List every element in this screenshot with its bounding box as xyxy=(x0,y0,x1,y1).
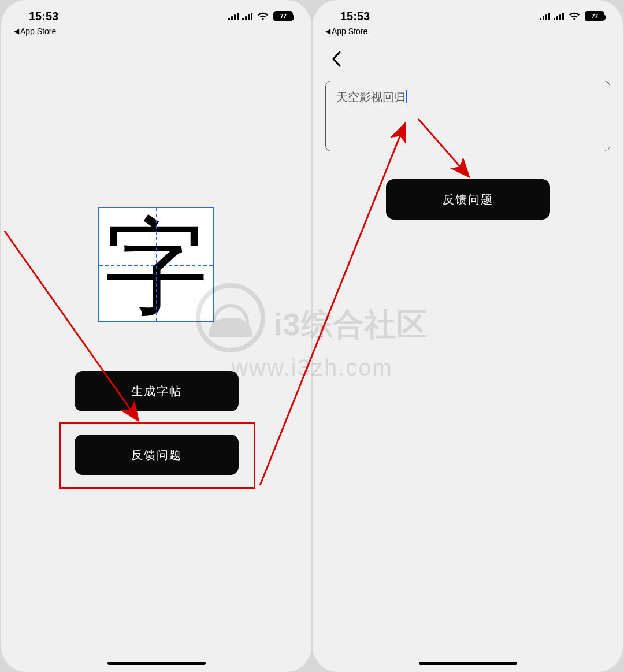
cellular-signal-icon xyxy=(228,12,239,20)
cellular-signal-icon xyxy=(540,12,550,20)
phone-screenshot-right: 15:53 77 ◀ App Store 天空影视回归 反馈问题 xyxy=(313,0,623,672)
home-indicator[interactable] xyxy=(419,662,517,665)
character-grid-box: 字 xyxy=(98,207,214,322)
generate-copybook-button[interactable]: 生成字帖 xyxy=(75,371,239,411)
breadcrumb-back-app[interactable]: ◀ App Store xyxy=(1,27,311,36)
cellular-signal-icon xyxy=(242,12,252,20)
feedback-input-value: 天空影视回归 xyxy=(336,90,406,105)
text-cursor xyxy=(406,90,407,103)
status-right: 77 xyxy=(228,11,293,21)
status-bar: 15:53 77 xyxy=(313,5,623,28)
cellular-signal-icon xyxy=(554,12,564,20)
submit-feedback-button[interactable]: 反馈问题 xyxy=(386,179,550,220)
annotation-highlight-box xyxy=(59,422,255,489)
back-app-label: App Store xyxy=(332,27,367,36)
wifi-icon xyxy=(569,12,580,21)
character-glyph: 字 xyxy=(99,211,213,325)
battery-icon: 77 xyxy=(273,11,293,21)
back-triangle-icon: ◀ xyxy=(325,27,330,35)
battery-icon: 77 xyxy=(585,11,604,21)
phone-screenshot-left: 15:53 77 ◀ App Store 字 生成字帖 反馈问题 xyxy=(1,0,311,672)
back-triangle-icon: ◀ xyxy=(14,27,19,35)
status-time: 15:53 xyxy=(29,10,58,23)
back-button[interactable] xyxy=(325,49,347,73)
chevron-left-icon xyxy=(331,51,341,67)
feedback-text-input[interactable]: 天空影视回归 xyxy=(325,81,610,151)
home-indicator[interactable] xyxy=(107,662,206,665)
back-app-label: App Store xyxy=(20,27,56,36)
status-time: 15:53 xyxy=(340,10,370,23)
status-right: 77 xyxy=(540,11,604,21)
breadcrumb-back-app[interactable]: ◀ App Store xyxy=(313,27,623,36)
wifi-icon xyxy=(257,12,269,21)
status-bar: 15:53 77 xyxy=(1,5,311,28)
